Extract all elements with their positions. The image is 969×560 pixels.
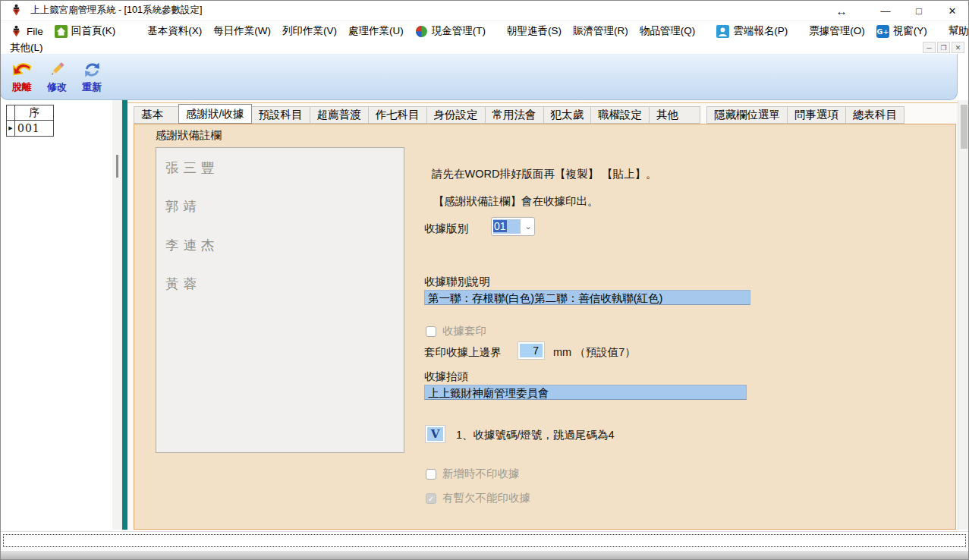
menu-file[interactable]: File [10,25,43,38]
resize-icon[interactable]: ↔ [825,0,858,21]
main-scrollbar-thumb[interactable] [961,105,967,149]
receipt-title-input[interactable]: 上上籤財神廟管理委員會 [424,385,747,400]
tab-authority-settings[interactable]: 職權設定 [590,106,650,124]
menu-bar: File 回首頁(K) 基本資料(X) 每日作業(W) 列印作業(V) 處理作業… [0,21,969,41]
chevron-down-icon: ⌄ [522,222,534,231]
tab-other[interactable]: 其他 [649,106,700,124]
exit-arrow-icon [12,61,33,79]
top-margin-label: 套印收據上邊界 [424,345,502,360]
menu-process-work[interactable]: 處理作業(U) [348,24,404,38]
record-sidebar: 序 ▶ 001 [0,100,112,530]
tab-default-subjects[interactable]: 預設科目 [251,106,310,124]
person-icon [716,25,729,38]
receipt-version-value: 01 [493,219,521,234]
tab-zuoqi-subjects[interactable]: 作七科目 [368,106,427,124]
refresh-button[interactable]: 重新 [74,58,109,97]
no-print-on-debt-row: ✓ 有暫欠不能印收據 [426,491,530,505]
menu-bar-row2: 其他(L) ─ ❐ ✕ [0,41,969,54]
top-margin-input[interactable]: 7 [518,342,544,359]
tab-basic[interactable]: 基本 [134,106,179,124]
pie-chart-icon [415,25,428,38]
minimize-button[interactable]: — [869,0,902,21]
refresh-icon [82,61,102,79]
menu-pilgrimage[interactable]: 朝聖進香(S) [507,24,562,38]
menu-help[interactable]: 幫助(Z) [949,24,969,38]
no-print-on-debt-checkbox[interactable]: ✓ [426,493,436,504]
exit-button[interactable]: 脫離 [5,58,39,97]
tab-identity-settings[interactable]: 身份設定 [426,106,486,124]
tab-summary-subjects[interactable]: 總表科目 [845,106,905,124]
menu-window[interactable]: G+ 視窗(Y) [876,24,927,38]
tab-inquiry-options[interactable]: 問事選項 [787,106,846,124]
mdi-restore-button[interactable]: ❐ [937,42,950,53]
maximize-button[interactable]: □ [902,0,936,21]
menu-cash-management[interactable]: 現金管理(T) [415,24,486,38]
notes-item[interactable]: 郭靖 [165,197,395,236]
toolbar: 脫離 修改 重新 [0,54,958,100]
menu-cloud-registration[interactable]: 雲端報名(P) [716,24,788,38]
window-g-icon: G+ [876,25,889,38]
word-hint-text: 請先在WORD排好版面再【複製】 【貼上】。 [432,167,656,181]
home-icon [55,25,68,38]
app-icon [10,4,23,17]
tab-thanks-receipt[interactable]: 感謝狀/收據 [178,104,252,124]
receipt-title-label: 收據抬頭 [424,370,468,384]
notes-field-label: 感謝狀備註欄 [156,128,222,143]
tab-common-ceremonies[interactable]: 常用法會 [485,106,544,124]
menu-goods-management[interactable]: 物品管理(Q) [640,24,696,38]
receipt-version-label: 收據版別 [424,222,468,236]
notes-item[interactable]: 李連杰 [165,236,395,275]
grid-column-header[interactable]: 序 [14,105,54,121]
status-focus-field [3,534,966,547]
record-grid: 序 ▶ 001 [6,105,54,137]
grid-header-spacer [6,105,14,121]
receipt-version-select[interactable]: 01 ⌄ [491,217,535,236]
menu-daily-work[interactable]: 每日作業(W) [213,24,271,38]
window-bottom-edge [0,551,969,560]
tab-fantaisui[interactable]: 犯太歲 [543,106,592,124]
skip-code-label: 1、收據號碼/燈號，跳過尾碼為4 [456,428,615,442]
receipt-copies-input[interactable]: 第一聯：存根聯(白色)第二聯：善信收執聯(紅色) [424,290,750,305]
grid-data-row[interactable]: ▶ 001 [6,121,54,137]
splitter-bar[interactable] [122,100,127,530]
no-print-on-add-checkbox[interactable] [426,469,436,480]
frame-top-line [127,102,958,103]
no-print-on-add-label: 新增時不印收據 [442,467,520,481]
menu-ticket-management[interactable]: 票據管理(O) [809,24,865,38]
top-margin-suffix: mm （預設值7） [553,345,636,360]
skip-code-flag-input[interactable]: V [426,426,445,442]
settings-tabs: 基本 感謝狀/收據 預設科目 超薦普渡 作七科目 身份設定 常用法會 犯太歲 職… [134,104,955,124]
sidebar-scrollbar[interactable] [112,100,122,530]
row-marker-icon: ▶ [6,121,14,137]
overlay-print-row: 收據套印 [426,324,486,338]
mdi-minimize-button[interactable]: ─ [923,42,936,53]
tab-hidden-fields-menu[interactable]: 隱藏欄位選單 [706,106,788,124]
no-print-on-debt-label: 有暫欠不能印收據 [442,491,530,505]
menu-home[interactable]: 回首頁(K) [55,24,116,38]
notes-item[interactable]: 黃蓉 [165,275,395,313]
overlay-print-checkbox[interactable] [426,326,436,337]
notes-item[interactable]: 張三豐 [165,159,395,197]
overlay-print-label: 收據套印 [442,324,486,338]
svg-text:G+: G+ [876,27,889,36]
pencil-icon [47,61,68,79]
menu-basic-data[interactable]: 基本資料(X) [147,24,202,38]
app-icon [10,25,23,38]
sidebar-scrollbar-thumb[interactable] [116,155,118,178]
main-scrollbar[interactable] [958,100,969,530]
mdi-close-button[interactable]: ✕ [952,42,964,53]
window-title: 上上籤宮廟管理系統 - [101系統參數設定] [30,4,202,17]
tab-chaojian-pudu[interactable]: 超薦普渡 [310,106,369,124]
grid-header-row: 序 [6,105,54,121]
notes-print-hint-text: 【感謝狀備註欄】會在收據印出。 [433,194,599,209]
status-bar [0,531,969,551]
modify-button[interactable]: 修改 [39,58,74,97]
menu-print-work[interactable]: 列印作業(V) [282,24,337,38]
thanks-notes-listbox[interactable]: 張三豐 郭靖 李連杰 黃蓉 [156,147,404,453]
thanks-receipt-panel: 感謝狀備註欄 張三豐 郭靖 李連杰 黃蓉 請先在WORD排好版面再【複製】 【貼… [134,124,956,530]
menu-relief-management[interactable]: 賑濟管理(R) [573,24,628,38]
main-area: 基本 感謝狀/收據 預設科目 超薦普渡 作七科目 身份設定 常用法會 犯太歲 職… [127,100,958,530]
close-button[interactable]: ✕ [936,0,969,21]
title-bar: 上上籤宮廟管理系統 - [101系統參數設定] ↔ — □ ✕ [0,0,969,21]
menu-other[interactable]: 其他(L) [10,41,43,55]
